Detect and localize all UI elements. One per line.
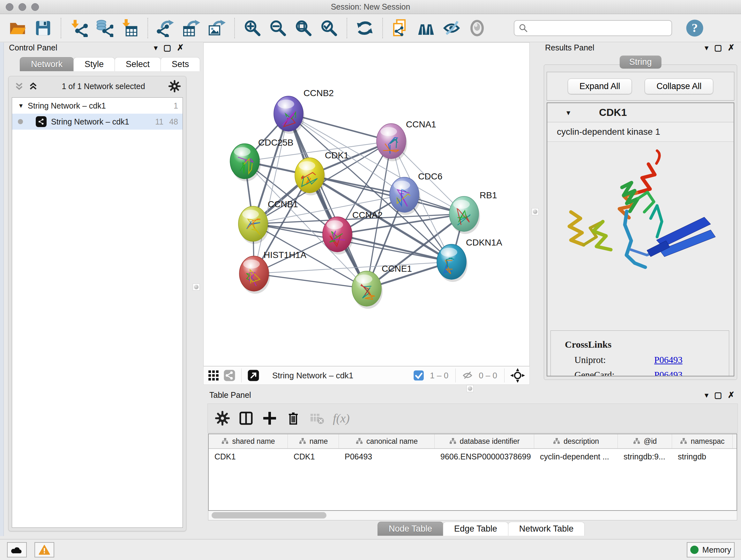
column-header-name[interactable]: name [288, 434, 339, 448]
control-panel-close-icon[interactable]: ✗ [177, 43, 184, 53]
column-header-canonical-name[interactable]: canonical name [339, 434, 434, 448]
table-cell[interactable]: 9606.ENSP00000378699 [434, 452, 534, 461]
table-cell[interactable]: cyclin-dependent ... [534, 452, 618, 461]
collapse-all-button[interactable]: Collapse All [645, 78, 713, 94]
scrollbar-thumb[interactable] [212, 512, 327, 518]
crosslink-link[interactable]: P06493 [654, 370, 683, 376]
birds-eye-view-icon[interactable] [247, 369, 259, 381]
close-window-button[interactable] [6, 3, 13, 11]
show-all-icon [468, 19, 486, 37]
zoom-in-button[interactable] [242, 17, 263, 39]
memory-button[interactable]: Memory [687, 542, 735, 557]
tab-string[interactable]: String [620, 56, 662, 69]
tab-style[interactable]: Style [73, 57, 115, 71]
table-options-gear-icon[interactable] [215, 411, 230, 426]
column-header-shared-name[interactable]: shared name [209, 434, 288, 448]
help-icon[interactable]: ? [685, 19, 704, 37]
control-panel-float-icon[interactable]: ▢ [163, 43, 172, 53]
string-view-icon[interactable] [223, 369, 235, 381]
new-network-from-selection-button[interactable] [390, 17, 411, 39]
expand-all-networks-icon[interactable] [14, 81, 24, 91]
network-edge[interactable] [337, 234, 452, 262]
column-header-description[interactable]: description [534, 434, 618, 448]
gene-card-header[interactable]: ▾ CDK1 [547, 103, 734, 122]
table-cell[interactable]: P06493 [339, 452, 434, 461]
table-cell[interactable]: stringdb [672, 452, 733, 461]
new-network-from-selection-icon [392, 19, 409, 37]
import-network-database-button[interactable] [94, 17, 115, 39]
tab-network-table[interactable]: Network Table [508, 522, 585, 536]
create-column-icon[interactable] [262, 411, 277, 426]
results-panel-menu-icon[interactable]: ▾ [705, 44, 709, 52]
fit-selected-crosshair-icon[interactable] [510, 368, 525, 383]
save-session-button[interactable] [32, 17, 54, 39]
apply-layout-button[interactable] [354, 17, 375, 39]
show-all-button[interactable] [467, 17, 488, 39]
network-node-RB1[interactable]: RB1 [449, 190, 497, 234]
results-panel-close-icon[interactable]: ✗ [728, 43, 735, 53]
table-horizontal-scrollbar[interactable] [208, 511, 737, 520]
left-splitter-handle[interactable] [193, 284, 200, 291]
export-image-button[interactable] [206, 17, 227, 39]
collapse-all-networks-icon[interactable] [28, 81, 39, 91]
zoom-selected-button[interactable] [319, 17, 340, 39]
column-header-database-identifier[interactable]: database identifier [434, 434, 534, 448]
collection-count: 1 [174, 101, 178, 111]
crosslink-link[interactable]: P06493 [654, 355, 683, 365]
expand-all-button[interactable]: Expand All [568, 78, 632, 94]
table-panel-float-icon[interactable]: ▢ [714, 390, 722, 400]
export-network-button[interactable] [155, 17, 176, 39]
table-cell[interactable]: stringdb:9... [618, 452, 672, 461]
gene-collapse-icon[interactable]: ▾ [566, 108, 570, 117]
right-splitter-handle[interactable] [532, 208, 539, 215]
network-label: String Network – cdk1 [51, 117, 129, 126]
selected-checkbox-icon[interactable] [413, 369, 425, 381]
delete-column-icon[interactable] [286, 411, 301, 426]
show-columns-icon[interactable] [239, 411, 254, 426]
node-label-CDKN1A: CDKN1A [466, 238, 502, 247]
network-row[interactable]: String Network – cdk1 11 48 [12, 114, 183, 130]
export-table-button[interactable] [181, 17, 202, 39]
minimize-window-button[interactable] [18, 3, 26, 11]
zoom-selected-icon [320, 19, 338, 37]
hidden-eye-slash-icon[interactable] [461, 369, 474, 381]
crosslink-row: GeneCard: P06493 [551, 368, 729, 376]
hide-selected-button[interactable] [441, 17, 462, 39]
zoom-window-button[interactable] [31, 3, 39, 11]
results-panel-float-icon[interactable]: ▢ [714, 43, 722, 53]
network-canvas[interactable]: CCNB2 CCNA1 CDC25B CDK1 CDC6 RB1 CCNB1 [203, 43, 530, 366]
network-node-CCNA1[interactable]: CCNA1 [377, 119, 436, 161]
tab-edge-table[interactable]: Edge Table [443, 522, 509, 536]
column-header-namespac[interactable]: namespac [672, 434, 733, 448]
network-node-CDKN1A[interactable]: CDKN1A [437, 238, 502, 282]
zoom-fit-button[interactable] [293, 17, 314, 39]
cloud-status-button[interactable] [7, 542, 27, 557]
tab-network[interactable]: Network [20, 57, 74, 71]
network-edge[interactable] [288, 114, 367, 289]
tab-node-table[interactable]: Node Table [378, 522, 443, 536]
network-edge[interactable] [254, 273, 367, 289]
grid-view-icon[interactable] [207, 369, 219, 381]
table-panel-close-icon[interactable]: ✗ [728, 390, 735, 400]
control-panel-menu-icon[interactable]: ▾ [154, 44, 158, 52]
first-neighbors-button[interactable] [415, 17, 436, 39]
tab-select[interactable]: Select [115, 57, 161, 71]
network-node-HIST1H1A[interactable]: HIST1H1A [239, 250, 307, 294]
network-node-CCNE1[interactable]: CCNE1 [352, 264, 412, 309]
table-cell[interactable]: CDK1 [209, 452, 288, 461]
zoom-out-button[interactable] [267, 17, 288, 39]
table-panel-menu-icon[interactable]: ▾ [705, 391, 709, 399]
network-node-CDC6[interactable]: CDC6 [390, 172, 442, 215]
open-session-button[interactable] [7, 17, 28, 39]
table-cell[interactable]: CDK1 [288, 452, 339, 461]
import-table-button[interactable] [119, 17, 140, 39]
network-options-gear-icon[interactable] [168, 80, 181, 92]
collection-collapse-icon[interactable]: ▾ [19, 102, 23, 110]
warnings-button[interactable] [35, 542, 54, 557]
column-header-@id[interactable]: @id [618, 434, 672, 448]
search-input[interactable] [514, 20, 672, 36]
tab-sets[interactable]: Sets [160, 57, 200, 71]
first-neighbors-icon [417, 19, 435, 37]
network-collection-row[interactable]: ▾ String Network – cdk1 1 [12, 98, 183, 114]
import-network-file-button[interactable] [68, 17, 89, 39]
